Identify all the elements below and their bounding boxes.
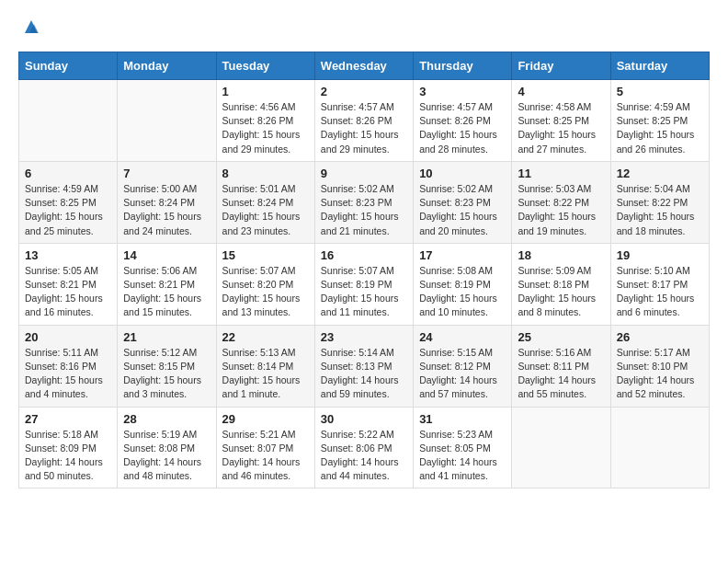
calendar-cell: 9Sunrise: 5:02 AM Sunset: 8:23 PM Daylig… (314, 161, 413, 243)
day-number: 18 (518, 248, 604, 262)
day-number: 6 (25, 167, 111, 180)
day-number: 5 (617, 85, 703, 98)
logo (18, 18, 41, 37)
calendar-cell (19, 80, 118, 162)
calendar-cell: 4Sunrise: 4:58 AM Sunset: 8:25 PM Daylig… (512, 80, 610, 162)
calendar-cell: 29Sunrise: 5:21 AM Sunset: 8:07 PM Dayli… (216, 407, 314, 488)
day-number: 7 (123, 167, 210, 180)
day-number: 17 (419, 248, 506, 262)
day-info: Sunrise: 5:12 AM Sunset: 8:15 PM Dayligh… (123, 346, 210, 402)
calendar-cell (512, 407, 610, 488)
weekday-header-wednesday: Wednesday (314, 52, 413, 80)
day-number: 11 (518, 167, 604, 180)
day-info: Sunrise: 4:56 AM Sunset: 8:26 PM Dayligh… (222, 100, 309, 156)
calendar-cell: 26Sunrise: 5:17 AM Sunset: 8:10 PM Dayli… (610, 325, 709, 407)
day-info: Sunrise: 5:10 AM Sunset: 8:17 PM Dayligh… (617, 264, 703, 320)
day-info: Sunrise: 5:19 AM Sunset: 8:08 PM Dayligh… (123, 428, 210, 484)
day-info: Sunrise: 5:07 AM Sunset: 8:20 PM Dayligh… (222, 264, 309, 320)
calendar-cell: 1Sunrise: 4:56 AM Sunset: 8:26 PM Daylig… (216, 80, 314, 162)
calendar-table: SundayMondayTuesdayWednesdayThursdayFrid… (18, 52, 710, 488)
day-info: Sunrise: 5:09 AM Sunset: 8:18 PM Dayligh… (518, 264, 604, 320)
calendar-cell: 7Sunrise: 5:00 AM Sunset: 8:24 PM Daylig… (118, 161, 216, 243)
day-number: 9 (321, 167, 407, 180)
day-number: 10 (419, 167, 506, 180)
day-number: 20 (25, 330, 111, 344)
day-info: Sunrise: 5:02 AM Sunset: 8:23 PM Dayligh… (321, 182, 407, 238)
page-header (18, 18, 710, 37)
calendar-cell: 8Sunrise: 5:01 AM Sunset: 8:24 PM Daylig… (216, 161, 314, 243)
calendar-cell: 10Sunrise: 5:02 AM Sunset: 8:23 PM Dayli… (414, 161, 512, 243)
weekday-header-saturday: Saturday (610, 52, 709, 80)
day-info: Sunrise: 5:23 AM Sunset: 8:05 PM Dayligh… (419, 428, 506, 484)
day-number: 25 (518, 330, 604, 344)
calendar-week-row: 13Sunrise: 5:05 AM Sunset: 8:21 PM Dayli… (19, 243, 710, 325)
day-number: 27 (25, 412, 111, 426)
weekday-header-tuesday: Tuesday (216, 52, 314, 80)
day-info: Sunrise: 5:15 AM Sunset: 8:12 PM Dayligh… (419, 346, 506, 402)
day-info: Sunrise: 4:58 AM Sunset: 8:25 PM Dayligh… (518, 100, 604, 156)
calendar-cell: 20Sunrise: 5:11 AM Sunset: 8:16 PM Dayli… (19, 325, 118, 407)
day-number: 26 (617, 330, 703, 344)
day-info: Sunrise: 5:21 AM Sunset: 8:07 PM Dayligh… (222, 428, 309, 484)
calendar-cell: 16Sunrise: 5:07 AM Sunset: 8:19 PM Dayli… (314, 243, 413, 325)
calendar-cell: 31Sunrise: 5:23 AM Sunset: 8:05 PM Dayli… (414, 407, 512, 488)
calendar-cell: 18Sunrise: 5:09 AM Sunset: 8:18 PM Dayli… (512, 243, 610, 325)
day-number: 3 (419, 85, 506, 98)
day-number: 8 (222, 167, 309, 180)
day-number: 30 (321, 412, 407, 426)
day-info: Sunrise: 5:22 AM Sunset: 8:06 PM Dayligh… (321, 428, 407, 484)
calendar-week-row: 27Sunrise: 5:18 AM Sunset: 8:09 PM Dayli… (19, 407, 710, 488)
calendar-cell: 21Sunrise: 5:12 AM Sunset: 8:15 PM Dayli… (118, 325, 216, 407)
calendar-cell: 13Sunrise: 5:05 AM Sunset: 8:21 PM Dayli… (19, 243, 118, 325)
day-number: 28 (123, 412, 210, 426)
day-number: 16 (321, 248, 407, 262)
day-number: 12 (617, 167, 703, 180)
calendar-week-row: 20Sunrise: 5:11 AM Sunset: 8:16 PM Dayli… (19, 325, 710, 407)
calendar-cell: 2Sunrise: 4:57 AM Sunset: 8:26 PM Daylig… (314, 80, 413, 162)
day-info: Sunrise: 5:13 AM Sunset: 8:14 PM Dayligh… (222, 346, 309, 402)
day-info: Sunrise: 4:57 AM Sunset: 8:26 PM Dayligh… (419, 100, 506, 156)
day-info: Sunrise: 5:17 AM Sunset: 8:10 PM Dayligh… (617, 346, 703, 402)
calendar-cell: 5Sunrise: 4:59 AM Sunset: 8:25 PM Daylig… (610, 80, 709, 162)
calendar-cell: 14Sunrise: 5:06 AM Sunset: 8:21 PM Dayli… (118, 243, 216, 325)
weekday-header-friday: Friday (512, 52, 610, 80)
day-info: Sunrise: 5:07 AM Sunset: 8:19 PM Dayligh… (321, 264, 407, 320)
day-number: 13 (25, 248, 111, 262)
day-number: 24 (419, 330, 506, 344)
calendar-cell (118, 80, 216, 162)
calendar-week-row: 1Sunrise: 4:56 AM Sunset: 8:26 PM Daylig… (19, 80, 710, 162)
calendar-cell: 17Sunrise: 5:08 AM Sunset: 8:19 PM Dayli… (414, 243, 512, 325)
calendar-cell: 30Sunrise: 5:22 AM Sunset: 8:06 PM Dayli… (314, 407, 413, 488)
calendar-cell: 11Sunrise: 5:03 AM Sunset: 8:22 PM Dayli… (512, 161, 610, 243)
weekday-header-monday: Monday (118, 52, 216, 80)
weekday-header-sunday: Sunday (19, 52, 118, 80)
day-info: Sunrise: 4:59 AM Sunset: 8:25 PM Dayligh… (617, 100, 703, 156)
day-number: 31 (419, 412, 506, 426)
day-info: Sunrise: 5:01 AM Sunset: 8:24 PM Dayligh… (222, 182, 309, 238)
calendar-cell: 24Sunrise: 5:15 AM Sunset: 8:12 PM Dayli… (414, 325, 512, 407)
day-number: 23 (321, 330, 407, 344)
calendar-cell: 3Sunrise: 4:57 AM Sunset: 8:26 PM Daylig… (414, 80, 512, 162)
calendar-cell: 12Sunrise: 5:04 AM Sunset: 8:22 PM Dayli… (610, 161, 709, 243)
day-number: 15 (222, 248, 309, 262)
calendar-week-row: 6Sunrise: 4:59 AM Sunset: 8:25 PM Daylig… (19, 161, 710, 243)
calendar-cell: 22Sunrise: 5:13 AM Sunset: 8:14 PM Dayli… (216, 325, 314, 407)
day-number: 2 (321, 85, 407, 98)
day-info: Sunrise: 5:04 AM Sunset: 8:22 PM Dayligh… (617, 182, 703, 238)
day-info: Sunrise: 5:11 AM Sunset: 8:16 PM Dayligh… (25, 346, 111, 402)
weekday-header-row: SundayMondayTuesdayWednesdayThursdayFrid… (19, 52, 710, 80)
day-info: Sunrise: 4:57 AM Sunset: 8:26 PM Dayligh… (321, 100, 407, 156)
day-number: 29 (222, 412, 309, 426)
logo-icon (21, 17, 41, 37)
day-number: 1 (222, 85, 309, 98)
day-info: Sunrise: 5:08 AM Sunset: 8:19 PM Dayligh… (419, 264, 506, 320)
day-number: 19 (617, 248, 703, 262)
day-number: 22 (222, 330, 309, 344)
day-info: Sunrise: 5:16 AM Sunset: 8:11 PM Dayligh… (518, 346, 604, 402)
day-info: Sunrise: 4:59 AM Sunset: 8:25 PM Dayligh… (25, 182, 111, 238)
day-info: Sunrise: 5:00 AM Sunset: 8:24 PM Dayligh… (123, 182, 210, 238)
day-info: Sunrise: 5:18 AM Sunset: 8:09 PM Dayligh… (25, 428, 111, 484)
calendar-cell: 28Sunrise: 5:19 AM Sunset: 8:08 PM Dayli… (118, 407, 216, 488)
day-info: Sunrise: 5:02 AM Sunset: 8:23 PM Dayligh… (419, 182, 506, 238)
calendar-cell: 25Sunrise: 5:16 AM Sunset: 8:11 PM Dayli… (512, 325, 610, 407)
